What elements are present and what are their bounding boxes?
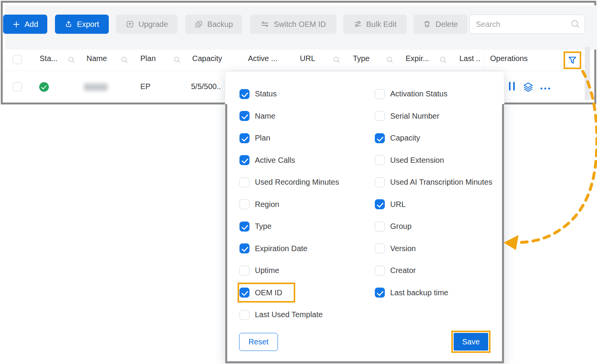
column-header-capacity: Capacity [192, 54, 222, 63]
option-label: Serial Number [390, 112, 439, 121]
save-button[interactable]: Save [454, 333, 488, 351]
option-label: Region [255, 200, 279, 209]
export-button[interactable]: Export [55, 15, 109, 34]
row-checkbox[interactable] [13, 82, 22, 91]
search-input[interactable] [469, 15, 585, 34]
filter-icon[interactable] [567, 55, 577, 65]
column-search-icon[interactable] [333, 56, 341, 65]
checkbox-used-ai-transcription-minutes[interactable] [375, 177, 385, 187]
modal-option-used-recording-minutes[interactable]: Used Recording Minutes [239, 171, 339, 194]
column-search-icon[interactable] [439, 56, 447, 65]
modal-option-url[interactable]: URL [375, 194, 492, 216]
modal-option-used-ai-transcription-minutes[interactable]: Used AI Transcription Minutes [375, 171, 492, 194]
modal-option-type[interactable]: Type [239, 215, 339, 238]
backup-icon [195, 20, 203, 28]
upgrade-icon [126, 20, 134, 28]
column-header-status: Sta... [40, 54, 58, 63]
checkbox-group[interactable] [375, 222, 385, 232]
upgrade-button[interactable]: Upgrade [116, 15, 178, 34]
select-all-checkbox[interactable] [13, 55, 22, 64]
add-button-label: Add [25, 20, 38, 29]
modal-option-last-used-template[interactable]: Last Used Template [239, 304, 339, 326]
column-search-icon[interactable] [68, 56, 75, 65]
pause-icon[interactable] [509, 82, 515, 91]
modal-option-last-backup-time[interactable]: Last backup time [375, 282, 492, 304]
column-search-icon[interactable] [121, 56, 128, 65]
backup-button-label: Backup [207, 20, 233, 29]
checkbox-oem-id[interactable] [239, 288, 249, 298]
modal-option-plan[interactable]: Plan [239, 127, 339, 149]
save-highlight-box: Save [451, 331, 491, 353]
checkbox-expiration-date[interactable] [239, 243, 249, 253]
option-label: Activation Status [390, 89, 447, 98]
modal-option-uptime[interactable]: Uptime [239, 260, 339, 282]
checkbox-url[interactable] [375, 199, 385, 209]
checkbox-active-calls[interactable] [239, 155, 249, 165]
switch-icon [260, 20, 269, 29]
checkbox-type[interactable] [239, 222, 249, 232]
option-label: Creator [390, 266, 416, 275]
option-label: Expiration Date [255, 244, 308, 253]
modal-option-name[interactable]: Name [239, 105, 339, 127]
checkbox-serial-number[interactable] [375, 111, 385, 121]
page: Add Export Upgrade Backup Switch OEM ID … [0, 0, 597, 364]
upgrade-button-label: Upgrade [138, 20, 168, 29]
search-icon [570, 19, 580, 29]
table-scrollbar[interactable] [585, 47, 590, 100]
option-label: Capacity [390, 134, 420, 142]
option-label: Last Used Template [255, 310, 323, 319]
checkbox-capacity[interactable] [375, 133, 385, 143]
delete-button-label: Delete [436, 20, 458, 29]
option-label: Version [390, 244, 416, 253]
checkbox-status[interactable] [239, 89, 249, 99]
checkbox-used-recording-minutes[interactable] [239, 177, 249, 187]
column-header-last: Last .. [459, 54, 480, 63]
column-header-active-calls: Active ... [248, 54, 278, 63]
modal-option-version[interactable]: Version [375, 238, 492, 260]
backup-button[interactable]: Backup [185, 15, 242, 34]
checkbox-last-used-template[interactable] [239, 310, 249, 320]
checkbox-activation-status[interactable] [375, 89, 385, 99]
popover-left-column: Status Name Plan Active Calls Used Recor… [239, 83, 339, 326]
checkbox-plan[interactable] [239, 133, 249, 143]
delete-button[interactable]: Delete [414, 15, 467, 34]
checkbox-uptime[interactable] [239, 266, 249, 276]
more-actions-icon[interactable] [540, 88, 550, 89]
bulk-edit-button[interactable]: Bulk Edit [343, 15, 407, 34]
checkbox-used-extension[interactable] [375, 155, 385, 165]
layers-icon[interactable] [523, 82, 534, 93]
modal-option-capacity[interactable]: Capacity [375, 127, 492, 149]
modal-option-group[interactable]: Group [375, 215, 492, 238]
modal-option-serial-number[interactable]: Serial Number [375, 105, 492, 127]
option-label: Name [255, 112, 275, 121]
checkbox-version[interactable] [375, 243, 385, 253]
modal-option-expiration-date[interactable]: Expiration Date [239, 238, 339, 260]
column-filter-popover: Status Name Plan Active Calls Used Recor… [225, 71, 504, 364]
plus-icon [12, 20, 20, 28]
row-name-redacted [84, 83, 108, 91]
checkbox-region[interactable] [239, 199, 249, 209]
checkbox-creator[interactable] [375, 266, 385, 276]
modal-option-used-extension[interactable]: Used Extension [375, 149, 492, 172]
modal-option-region[interactable]: Region [239, 194, 339, 216]
column-search-icon[interactable] [173, 56, 181, 65]
modal-option-status[interactable]: Status [239, 83, 339, 105]
switch-oem-id-button-label: Switch OEM ID [274, 20, 326, 29]
column-search-icon[interactable] [386, 56, 394, 65]
sliders-icon [354, 20, 362, 28]
modal-option-creator[interactable]: Creator [375, 260, 492, 282]
modal-option-active-calls[interactable]: Active Calls [239, 149, 339, 172]
search-box [469, 15, 585, 34]
reset-button[interactable]: Reset [239, 333, 278, 351]
row-capacity-cell: 5/5/500.. [191, 82, 221, 91]
export-button-label: Export [77, 20, 99, 29]
modal-option-activation-status[interactable]: Activation Status [375, 83, 492, 105]
checkbox-last-backup-time[interactable] [375, 288, 385, 298]
column-header-plan: Plan [140, 54, 156, 63]
add-button[interactable]: Add [3, 15, 47, 34]
switch-oem-id-button[interactable]: Switch OEM ID [250, 15, 336, 34]
checkbox-name[interactable] [239, 111, 249, 121]
option-label: Status [255, 89, 277, 98]
column-header-url: URL [300, 54, 315, 63]
modal-option-oem-id[interactable]: OEM ID [239, 282, 339, 304]
